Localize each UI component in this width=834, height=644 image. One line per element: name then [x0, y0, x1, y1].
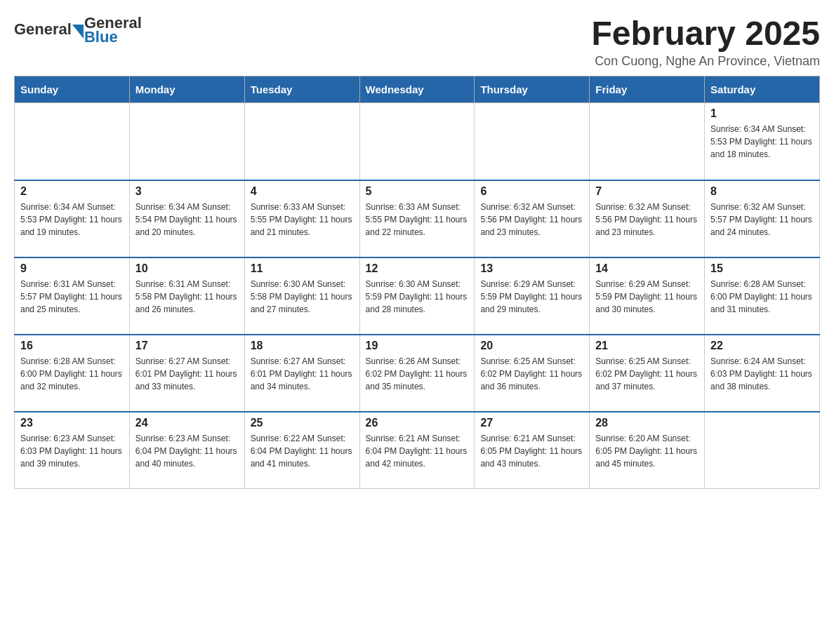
day-info: Sunrise: 6:33 AM Sunset: 5:55 PM Dayligh… [366, 201, 469, 239]
calendar-cell: 25Sunrise: 6:22 AM Sunset: 6:04 PM Dayli… [244, 412, 359, 489]
calendar-cell [129, 103, 244, 180]
calendar-cell: 2Sunrise: 6:34 AM Sunset: 5:53 PM Daylig… [15, 180, 130, 257]
calendar-cell: 8Sunrise: 6:32 AM Sunset: 5:57 PM Daylig… [705, 180, 820, 257]
day-number: 15 [710, 262, 814, 275]
calendar-cell: 18Sunrise: 6:27 AM Sunset: 6:01 PM Dayli… [244, 335, 359, 412]
calendar-cell: 22Sunrise: 6:24 AM Sunset: 6:03 PM Dayli… [705, 335, 820, 412]
day-number: 3 [135, 185, 239, 198]
day-number: 24 [135, 417, 239, 429]
day-info: Sunrise: 6:32 AM Sunset: 5:56 PM Dayligh… [595, 201, 699, 239]
weekday-header-thursday: Thursday [475, 76, 590, 103]
day-info: Sunrise: 6:34 AM Sunset: 5:53 PM Dayligh… [710, 123, 814, 161]
location: Con Cuong, Nghe An Province, Vietnam [591, 54, 820, 69]
day-number: 22 [710, 340, 814, 352]
day-number: 25 [251, 417, 354, 429]
calendar-cell: 13Sunrise: 6:29 AM Sunset: 5:59 PM Dayli… [475, 257, 590, 335]
calendar-cell: 28Sunrise: 6:20 AM Sunset: 6:05 PM Dayli… [590, 412, 705, 489]
day-number: 12 [366, 262, 469, 275]
calendar-cell [590, 103, 705, 180]
day-number: 10 [135, 262, 239, 275]
calendar-cell [244, 103, 359, 180]
day-info: Sunrise: 6:27 AM Sunset: 6:01 PM Dayligh… [251, 355, 354, 393]
calendar-cell: 5Sunrise: 6:33 AM Sunset: 5:55 PM Daylig… [359, 180, 475, 257]
calendar-week-3: 9Sunrise: 6:31 AM Sunset: 5:57 PM Daylig… [15, 257, 820, 335]
day-number: 18 [251, 340, 354, 352]
day-info: Sunrise: 6:30 AM Sunset: 5:58 PM Dayligh… [251, 278, 354, 316]
day-number: 9 [20, 262, 124, 275]
day-info: Sunrise: 6:29 AM Sunset: 5:59 PM Dayligh… [595, 278, 699, 316]
calendar-cell: 15Sunrise: 6:28 AM Sunset: 6:00 PM Dayli… [705, 257, 820, 335]
day-info: Sunrise: 6:23 AM Sunset: 6:03 PM Dayligh… [20, 432, 124, 470]
day-info: Sunrise: 6:28 AM Sunset: 6:00 PM Dayligh… [710, 278, 814, 316]
calendar-week-1: 1Sunrise: 6:34 AM Sunset: 5:53 PM Daylig… [15, 103, 820, 180]
day-info: Sunrise: 6:30 AM Sunset: 5:59 PM Dayligh… [366, 278, 469, 316]
day-number: 28 [595, 417, 699, 429]
day-number: 8 [710, 185, 814, 198]
day-number: 1 [710, 107, 814, 120]
calendar-cell: 10Sunrise: 6:31 AM Sunset: 5:58 PM Dayli… [129, 257, 244, 335]
logo-mark: General [14, 20, 84, 39]
day-info: Sunrise: 6:21 AM Sunset: 6:04 PM Dayligh… [366, 432, 469, 470]
day-info: Sunrise: 6:20 AM Sunset: 6:05 PM Dayligh… [595, 432, 699, 470]
calendar-cell: 9Sunrise: 6:31 AM Sunset: 5:57 PM Daylig… [15, 257, 130, 335]
page-header: General General Blue February 2025 Con C… [14, 14, 820, 69]
day-info: Sunrise: 6:22 AM Sunset: 6:04 PM Dayligh… [251, 432, 354, 470]
calendar-cell: 12Sunrise: 6:30 AM Sunset: 5:59 PM Dayli… [359, 257, 475, 335]
calendar-week-5: 23Sunrise: 6:23 AM Sunset: 6:03 PM Dayli… [15, 412, 820, 489]
calendar-cell: 6Sunrise: 6:32 AM Sunset: 5:56 PM Daylig… [475, 180, 590, 257]
day-info: Sunrise: 6:34 AM Sunset: 5:53 PM Dayligh… [20, 201, 124, 239]
svg-marker-0 [72, 25, 84, 39]
calendar-cell: 1Sunrise: 6:34 AM Sunset: 5:53 PM Daylig… [705, 103, 820, 180]
calendar-table: SundayMondayTuesdayWednesdayThursdayFrid… [14, 76, 820, 489]
calendar-cell: 21Sunrise: 6:25 AM Sunset: 6:02 PM Dayli… [590, 335, 705, 412]
day-number: 19 [366, 340, 469, 352]
calendar-cell: 19Sunrise: 6:26 AM Sunset: 6:02 PM Dayli… [359, 335, 475, 412]
day-number: 26 [366, 417, 469, 429]
day-number: 11 [251, 262, 354, 275]
day-number: 4 [251, 185, 354, 198]
month-title: February 2025 [591, 14, 820, 53]
calendar-cell [359, 103, 475, 180]
calendar-cell: 14Sunrise: 6:29 AM Sunset: 5:59 PM Dayli… [590, 257, 705, 335]
day-number: 23 [20, 417, 124, 429]
day-number: 2 [20, 185, 124, 198]
day-info: Sunrise: 6:25 AM Sunset: 6:02 PM Dayligh… [480, 355, 583, 393]
title-section: February 2025 Con Cuong, Nghe An Provinc… [591, 14, 820, 69]
calendar-cell [475, 103, 590, 180]
logo-triangle-icon [72, 25, 84, 39]
logo-general: General [14, 20, 72, 39]
weekday-header-monday: Monday [129, 76, 244, 103]
day-info: Sunrise: 6:33 AM Sunset: 5:55 PM Dayligh… [251, 201, 354, 239]
day-info: Sunrise: 6:27 AM Sunset: 6:01 PM Dayligh… [135, 355, 239, 393]
day-info: Sunrise: 6:21 AM Sunset: 6:05 PM Dayligh… [480, 432, 583, 470]
calendar-cell: 4Sunrise: 6:33 AM Sunset: 5:55 PM Daylig… [244, 180, 359, 257]
calendar-cell: 3Sunrise: 6:34 AM Sunset: 5:54 PM Daylig… [129, 180, 244, 257]
calendar-week-2: 2Sunrise: 6:34 AM Sunset: 5:53 PM Daylig… [15, 180, 820, 257]
day-info: Sunrise: 6:32 AM Sunset: 5:56 PM Dayligh… [480, 201, 583, 239]
day-info: Sunrise: 6:34 AM Sunset: 5:54 PM Dayligh… [135, 201, 239, 239]
calendar-cell [705, 412, 820, 489]
day-number: 27 [480, 417, 583, 429]
day-number: 13 [480, 262, 583, 275]
logo-blue-text: Blue [84, 29, 142, 45]
day-info: Sunrise: 6:31 AM Sunset: 5:58 PM Dayligh… [135, 278, 239, 316]
day-number: 7 [595, 185, 699, 198]
calendar-cell: 17Sunrise: 6:27 AM Sunset: 6:01 PM Dayli… [129, 335, 244, 412]
weekday-header-friday: Friday [590, 76, 705, 103]
day-info: Sunrise: 6:24 AM Sunset: 6:03 PM Dayligh… [710, 355, 814, 393]
day-info: Sunrise: 6:29 AM Sunset: 5:59 PM Dayligh… [480, 278, 583, 316]
calendar-cell: 24Sunrise: 6:23 AM Sunset: 6:04 PM Dayli… [129, 412, 244, 489]
day-number: 5 [366, 185, 469, 198]
calendar-cell: 11Sunrise: 6:30 AM Sunset: 5:58 PM Dayli… [244, 257, 359, 335]
calendar-week-4: 16Sunrise: 6:28 AM Sunset: 6:00 PM Dayli… [15, 335, 820, 412]
day-info: Sunrise: 6:25 AM Sunset: 6:02 PM Dayligh… [595, 355, 699, 393]
day-info: Sunrise: 6:32 AM Sunset: 5:57 PM Dayligh… [710, 201, 814, 239]
day-info: Sunrise: 6:23 AM Sunset: 6:04 PM Dayligh… [135, 432, 239, 470]
weekday-header-saturday: Saturday [705, 76, 820, 103]
day-number: 14 [595, 262, 699, 275]
day-info: Sunrise: 6:26 AM Sunset: 6:02 PM Dayligh… [366, 355, 469, 393]
calendar-cell [15, 103, 130, 180]
weekday-header-tuesday: Tuesday [244, 76, 359, 103]
day-info: Sunrise: 6:31 AM Sunset: 5:57 PM Dayligh… [20, 278, 124, 316]
calendar-cell: 23Sunrise: 6:23 AM Sunset: 6:03 PM Dayli… [15, 412, 130, 489]
